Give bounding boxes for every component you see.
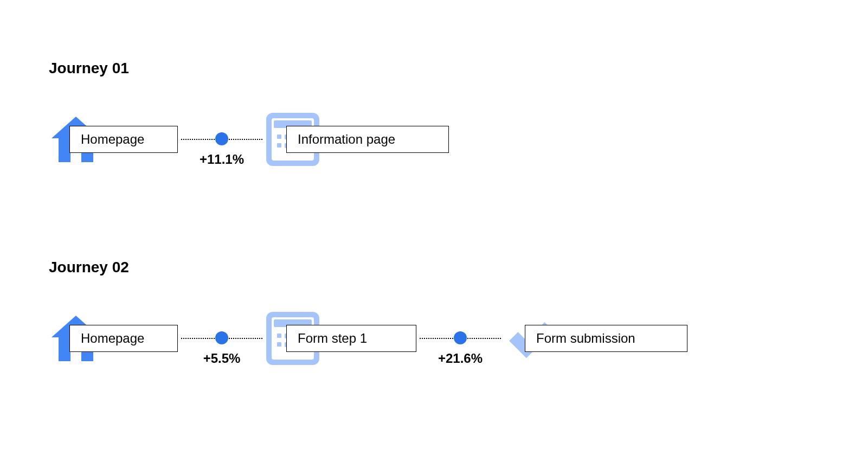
journey-title: Journey 01: [49, 60, 819, 77]
step-label: Information page: [286, 126, 449, 153]
connector: +11.1%: [181, 139, 262, 140]
connector-percent: +5.5%: [203, 351, 241, 366]
step-label: Homepage: [69, 325, 178, 352]
connector: +5.5%: [181, 338, 262, 339]
connector-percent: +11.1%: [200, 152, 244, 167]
connector-dot-icon: [215, 331, 228, 344]
connector-percent: +21.6%: [438, 351, 483, 366]
step-information-page: Information page: [266, 113, 449, 166]
journey-02: Journey 02 Homepage +5.5%: [49, 259, 819, 366]
connector-dot-icon: [215, 132, 228, 145]
connector-dot-icon: [454, 331, 467, 344]
step-form-submission: Form submission: [504, 311, 687, 366]
step-label: Form step 1: [286, 325, 416, 352]
step-label: Homepage: [69, 126, 178, 153]
journey-row: Homepage +11.1% Information page: [49, 112, 819, 166]
step-homepage: Homepage: [49, 311, 178, 366]
step-label: Form submission: [525, 325, 687, 352]
step-form-step-1: Form step 1: [266, 312, 416, 365]
journey-row: Homepage +5.5% Form step 1: [49, 311, 819, 366]
journey-title: Journey 02: [49, 259, 819, 276]
connector: +21.6%: [420, 338, 501, 339]
step-homepage: Homepage: [49, 112, 178, 166]
journey-01: Journey 01 Homepage +11.1%: [49, 60, 819, 166]
